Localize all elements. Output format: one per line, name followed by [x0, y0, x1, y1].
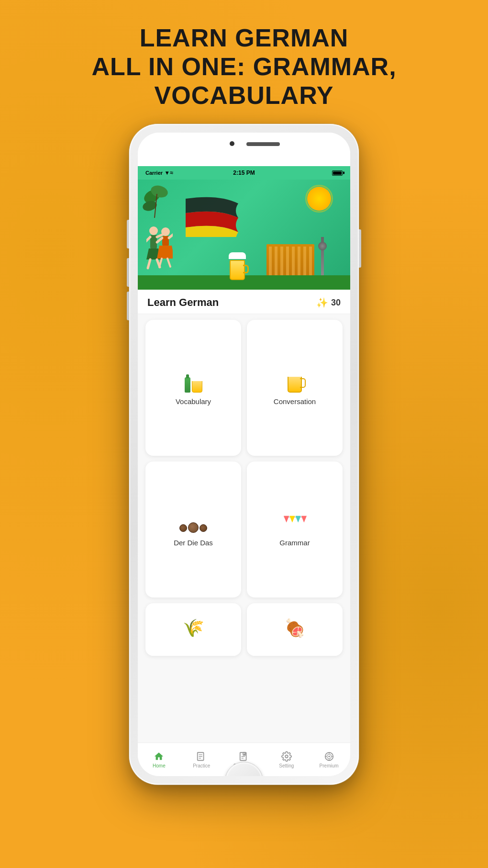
practice-icon — [196, 751, 207, 762]
conversation-icon — [288, 372, 302, 393]
svg-point-4 — [149, 226, 158, 235]
hero-beer-mug — [230, 256, 249, 280]
svg-line-8 — [146, 237, 150, 242]
barrels-icon — [179, 514, 207, 534]
front-speaker — [246, 142, 280, 146]
sparkle-icon: ✨ — [316, 297, 328, 308]
nav-item-setting[interactable]: Setting — [265, 751, 308, 768]
conversation-card[interactable]: Conversation — [247, 320, 343, 456]
cards-grid: Vocabulary Conversation Der — [138, 314, 350, 743]
category6-card[interactable]: 🍖 — [247, 603, 343, 656]
page-title: LEARN GERMAN ALL IN ONE: GRAMMAR, VOCABU… — [63, 0, 425, 124]
carrier-label: Carrier — [145, 170, 163, 176]
status-time: 2:15 PM — [233, 169, 255, 176]
app-header: Learn German ✨ 30 — [138, 290, 350, 314]
hop-decoration — [143, 184, 176, 225]
app-title: Learn German — [147, 296, 219, 309]
points-badge: ✨ 30 — [316, 297, 341, 308]
flag-ribbon — [181, 194, 243, 237]
svg-point-25 — [285, 755, 288, 758]
phone-screen: Carrier ▾ ≈ 2:15 PM — [138, 133, 350, 776]
nav-item-practice[interactable]: Practice — [180, 751, 223, 768]
bunting-icon — [283, 514, 307, 534]
conversation-label: Conversation — [274, 397, 316, 406]
points-value: 30 — [331, 298, 341, 308]
svg-line-14 — [169, 234, 173, 238]
dancer-left — [146, 225, 173, 277]
tv-tower — [321, 237, 324, 275]
building — [266, 244, 314, 275]
svg-point-28 — [328, 755, 330, 757]
hero-banner — [138, 180, 350, 290]
screen-content: Learn German ✨ 30 Vocabulary — [138, 290, 350, 776]
category5-card[interactable]: 🌾 — [145, 603, 241, 656]
nav-home-label: Home — [153, 763, 166, 768]
nav-item-home[interactable]: Home — [138, 751, 180, 768]
svg-line-16 — [159, 259, 162, 267]
der-die-das-card[interactable]: Der Die Das — [145, 462, 241, 597]
wifi-icon: ▾ ≈ — [166, 169, 173, 176]
svg-line-15 — [157, 238, 162, 242]
setting-icon — [281, 751, 292, 762]
front-camera — [230, 141, 234, 146]
sun-decoration — [307, 187, 331, 211]
grammar-card[interactable]: Grammar — [247, 462, 343, 597]
home-icon — [154, 751, 164, 762]
phone-top-bar — [138, 133, 350, 166]
nav-item-premium[interactable]: Premium — [308, 751, 350, 768]
phone-device: Carrier ▾ ≈ 2:15 PM — [129, 124, 359, 785]
wheat-icon: 🌾 — [183, 618, 204, 638]
premium-icon — [324, 751, 334, 762]
food-icon: 🍖 — [284, 618, 306, 638]
nav-premium-label: Premium — [320, 763, 339, 768]
nav-practice-label: Practice — [193, 763, 210, 768]
vocabulary-card[interactable]: Vocabulary — [145, 320, 241, 456]
der-die-das-label: Der Die Das — [174, 539, 213, 547]
vocabulary-label: Vocabulary — [176, 397, 211, 406]
grammar-label: Grammar — [279, 539, 310, 547]
nav-setting-label: Setting — [279, 763, 294, 768]
svg-line-9 — [148, 259, 150, 268]
challenge-icon — [239, 751, 249, 762]
status-left: Carrier ▾ ≈ — [145, 169, 173, 176]
status-bar: Carrier ▾ ≈ 2:15 PM — [138, 166, 350, 180]
vocabulary-icon — [185, 372, 202, 393]
svg-point-11 — [161, 227, 170, 236]
svg-line-17 — [167, 259, 170, 267]
battery-icon — [332, 170, 343, 176]
svg-marker-13 — [157, 246, 173, 259]
status-right — [332, 170, 343, 176]
